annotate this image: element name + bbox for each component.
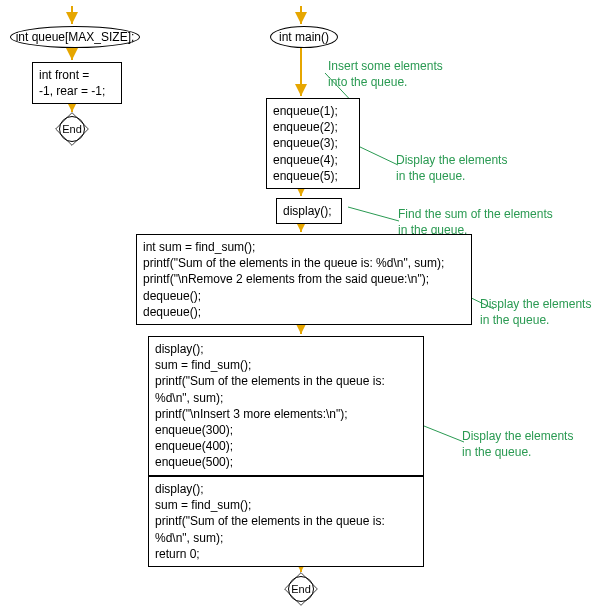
note-insert-elements: Insert some elements into the queue. — [328, 58, 443, 90]
display-block-1: display(); — [276, 198, 342, 224]
right-end-label: End — [291, 583, 311, 595]
insert-more-block: display(); sum = find_sum(); printf("Sum… — [148, 336, 424, 476]
left-entry-label: int queue[MAX_SIZE]; — [16, 30, 135, 44]
enqueue-block: enqueue(1); enqueue(2); enqueue(3); enqu… — [266, 98, 360, 189]
final-text: display(); sum = find_sum(); printf("Sum… — [155, 482, 385, 561]
right-entry-terminator: int main() — [270, 26, 338, 48]
final-block: display(); sum = find_sum(); printf("Sum… — [148, 476, 424, 567]
svg-line-11 — [358, 146, 398, 165]
sum-dequeue-block: int sum = find_sum(); printf("Sum of the… — [136, 234, 472, 325]
note-display-1: Display the elements in the queue. — [396, 152, 507, 184]
left-end-node: End — [55, 112, 89, 146]
note-display-3: Display the elements in the queue. — [462, 428, 573, 460]
right-entry-label: int main() — [279, 30, 329, 44]
left-init-process: int front = -1, rear = -1; — [32, 62, 122, 104]
note-display-2: Display the elements in the queue. — [480, 296, 591, 328]
right-end-node: End — [284, 572, 318, 606]
svg-line-12 — [348, 207, 399, 221]
left-entry-terminator: int queue[MAX_SIZE]; — [10, 26, 140, 48]
enqueue-text: enqueue(1); enqueue(2); enqueue(3); enqu… — [273, 104, 338, 183]
display-text-1: display(); — [283, 204, 332, 218]
insert-more-text: display(); sum = find_sum(); printf("Sum… — [155, 342, 385, 469]
left-end-label: End — [62, 123, 82, 135]
sum-dequeue-text: int sum = find_sum(); printf("Sum of the… — [143, 240, 444, 319]
left-init-text: int front = -1, rear = -1; — [39, 68, 105, 98]
